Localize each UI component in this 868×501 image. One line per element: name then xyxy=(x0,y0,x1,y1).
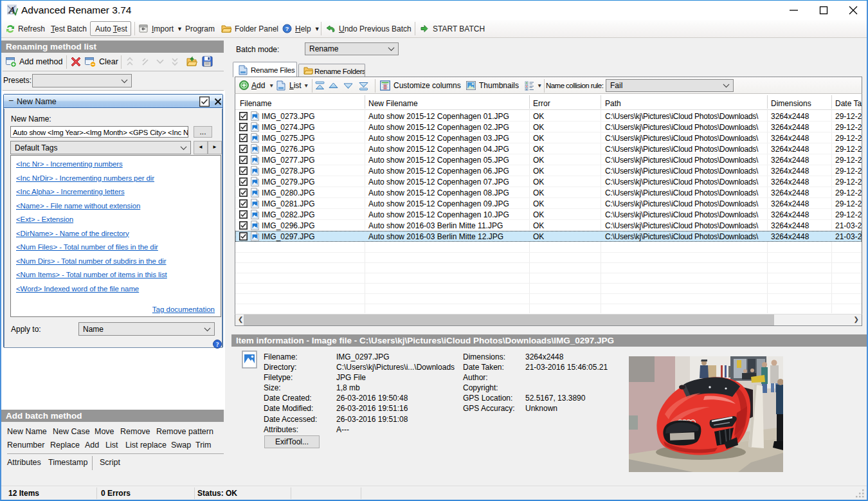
svg-text:?: ? xyxy=(285,25,289,32)
svg-text:?: ? xyxy=(216,342,219,348)
